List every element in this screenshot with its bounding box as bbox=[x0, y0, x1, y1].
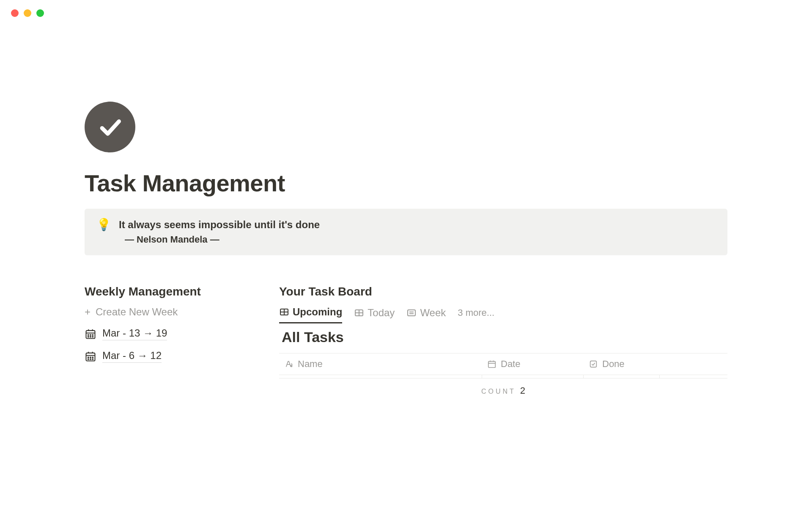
week-item[interactable]: Mar - 13 → 19 bbox=[85, 327, 254, 340]
lightbulb-icon: 💡 bbox=[96, 219, 111, 245]
checkmark-icon bbox=[96, 113, 123, 141]
svg-point-6 bbox=[92, 334, 93, 335]
callout-block[interactable]: 💡 It always seems impossible until it's … bbox=[85, 209, 727, 255]
callout-attribution: — Nelson Mandela — bbox=[119, 234, 320, 245]
calendar-icon bbox=[85, 328, 96, 340]
tab-week[interactable]: Week bbox=[406, 307, 446, 323]
svg-rect-34 bbox=[590, 361, 597, 367]
create-week-label: Create New Week bbox=[96, 306, 178, 318]
svg-point-19 bbox=[92, 359, 93, 359]
weekly-section-title: Weekly Management bbox=[85, 285, 254, 298]
list-icon bbox=[406, 308, 417, 318]
svg-point-5 bbox=[90, 334, 91, 335]
page-title[interactable]: Task Management bbox=[85, 169, 727, 197]
table-icon bbox=[354, 308, 364, 318]
page-icon-checkmark[interactable] bbox=[85, 102, 135, 152]
table-header: Name Date bbox=[279, 353, 727, 375]
callout-quote: It always seems impossible until it's do… bbox=[119, 219, 320, 231]
week-item[interactable]: Mar - 6 → 12 bbox=[85, 350, 254, 363]
count-value: 2 bbox=[520, 385, 525, 396]
tab-upcoming[interactable]: Upcoming bbox=[279, 306, 342, 323]
table-row[interactable] bbox=[279, 375, 727, 378]
more-views-button[interactable]: 3 more... bbox=[458, 307, 494, 323]
svg-rect-26 bbox=[408, 310, 415, 316]
svg-point-8 bbox=[90, 336, 91, 337]
checkbox-icon bbox=[589, 359, 598, 369]
week-label: Mar - 13 → 19 bbox=[102, 327, 167, 340]
calendar-icon bbox=[85, 351, 96, 362]
create-new-week-button[interactable]: + Create New Week bbox=[85, 306, 254, 318]
callout-body: It always seems impossible until it's do… bbox=[119, 219, 320, 245]
column-header-done[interactable]: Done bbox=[584, 359, 660, 370]
column-label: Name bbox=[298, 359, 323, 370]
svg-point-14 bbox=[88, 357, 89, 358]
view-tabs: Upcoming Today bbox=[279, 306, 727, 324]
board-section-title: Your Task Board bbox=[279, 285, 727, 298]
week-label: Mar - 6 → 12 bbox=[102, 350, 162, 363]
count-label: COUNT bbox=[481, 388, 516, 395]
svg-point-9 bbox=[92, 336, 93, 337]
column-label: Done bbox=[602, 359, 625, 370]
svg-point-15 bbox=[90, 357, 91, 358]
window-maximize-button[interactable] bbox=[36, 9, 44, 17]
svg-point-4 bbox=[88, 334, 89, 335]
svg-point-18 bbox=[90, 359, 91, 359]
table-footer: COUNT 2 bbox=[279, 378, 727, 396]
svg-point-7 bbox=[88, 336, 89, 337]
plus-icon: + bbox=[85, 306, 91, 318]
svg-point-16 bbox=[92, 357, 93, 358]
svg-rect-30 bbox=[488, 362, 496, 368]
text-icon bbox=[284, 359, 294, 369]
window-minimize-button[interactable] bbox=[24, 9, 31, 17]
column-label: Date bbox=[501, 359, 520, 370]
tab-today[interactable]: Today bbox=[354, 307, 395, 323]
view-subtitle: All Tasks bbox=[282, 329, 727, 345]
column-header-name[interactable]: Name bbox=[279, 359, 482, 370]
tab-label: Today bbox=[368, 307, 395, 319]
window-close-button[interactable] bbox=[11, 9, 19, 17]
column-header-date[interactable]: Date bbox=[482, 359, 584, 370]
svg-point-17 bbox=[88, 359, 89, 359]
table-icon bbox=[279, 307, 289, 317]
calendar-icon bbox=[487, 359, 497, 369]
tab-label: Week bbox=[420, 307, 446, 319]
tab-label: Upcoming bbox=[293, 306, 342, 318]
window-controls bbox=[0, 0, 812, 17]
